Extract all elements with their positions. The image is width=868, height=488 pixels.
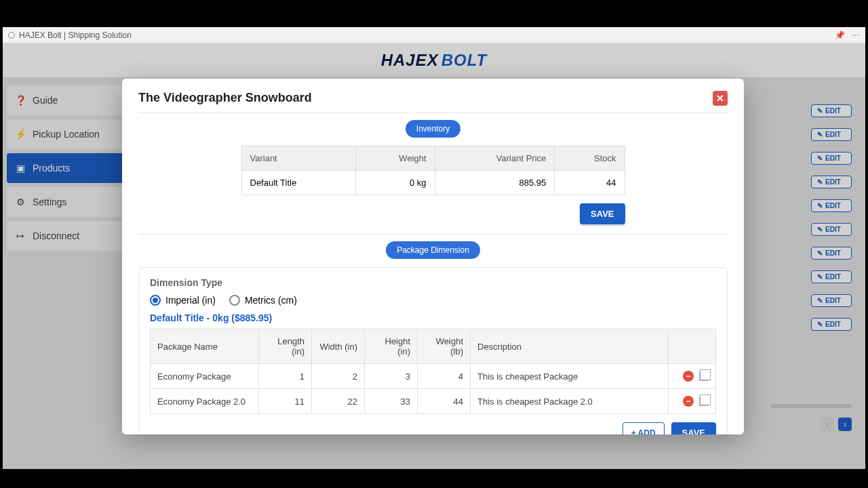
more-icon[interactable]: ⋯ bbox=[852, 30, 860, 40]
edit-label: EDIT bbox=[825, 202, 841, 209]
package-row: Economy Package 2.011223344This is cheap… bbox=[151, 389, 716, 414]
pencil-icon: ✎ bbox=[817, 155, 823, 162]
inv-header-price: Variant Price bbox=[435, 146, 555, 171]
pager-next-button[interactable]: › bbox=[838, 418, 852, 431]
app-favicon-icon bbox=[8, 32, 15, 39]
edit-button[interactable]: ✎EDIT bbox=[811, 104, 852, 117]
pencil-icon: ✎ bbox=[817, 321, 823, 328]
inv-header-weight: Weight bbox=[355, 146, 435, 171]
add-package-button[interactable]: + ADD bbox=[623, 422, 665, 434]
pkg-cell-width[interactable]: 22 bbox=[312, 389, 365, 414]
pkg-header-height: Height (in) bbox=[365, 329, 418, 364]
inv-cell-price[interactable]: 885.95 bbox=[435, 171, 555, 195]
logo-left: HAJEX bbox=[381, 51, 439, 70]
edit-label: EDIT bbox=[825, 131, 841, 138]
logout-icon: ↦ bbox=[15, 230, 26, 241]
pencil-icon: ✎ bbox=[817, 202, 823, 209]
inv-row: Default Title 0 kg 885.95 44 bbox=[241, 171, 625, 195]
inv-cell-weight[interactable]: 0 kg bbox=[355, 171, 435, 195]
gear-icon: ⚙ bbox=[15, 197, 26, 207]
pkg-header-length: Length (in) bbox=[259, 329, 312, 364]
browser-title: HAJEX Bolt | Shipping Solution bbox=[19, 30, 132, 40]
inv-header-stock: Stock bbox=[555, 146, 625, 171]
inv-header-variant: Variant bbox=[241, 146, 355, 171]
close-button[interactable]: ✕ bbox=[713, 91, 728, 106]
radio-label: Imperial (in) bbox=[165, 295, 216, 306]
save-inventory-button[interactable]: SAVE bbox=[580, 203, 625, 224]
inv-cell-variant: Default Title bbox=[241, 171, 355, 195]
sidebar-item-products[interactable]: ▣ Products bbox=[7, 153, 123, 183]
pkg-cell-weight[interactable]: 44 bbox=[418, 389, 471, 414]
close-icon: ✕ bbox=[716, 93, 724, 104]
background-edit-column: ✎EDIT✎EDIT✎EDIT✎EDIT✎EDIT✎EDIT✎EDIT✎EDIT… bbox=[811, 104, 852, 342]
edit-button[interactable]: ✎EDIT bbox=[811, 318, 852, 331]
radio-icon bbox=[150, 295, 161, 306]
horizontal-scrollbar[interactable] bbox=[770, 404, 852, 408]
logo: HAJEX BOLT bbox=[3, 43, 865, 77]
edit-label: EDIT bbox=[825, 273, 841, 281]
pager: ‹ › bbox=[821, 418, 852, 431]
pkg-cell-desc[interactable]: This is cheapest Package 2.0 bbox=[471, 389, 669, 414]
pkg-cell-name[interactable]: Economy Package bbox=[151, 364, 259, 389]
copy-icon[interactable] bbox=[699, 396, 709, 406]
inv-cell-stock[interactable]: 44 bbox=[555, 171, 625, 195]
sidebar-item-settings[interactable]: ⚙ Settings bbox=[7, 187, 123, 217]
edit-button[interactable]: ✎EDIT bbox=[811, 294, 852, 307]
delete-icon[interactable]: − bbox=[683, 371, 694, 382]
pencil-icon: ✎ bbox=[817, 178, 823, 186]
edit-label: EDIT bbox=[825, 321, 841, 328]
edit-label: EDIT bbox=[825, 107, 841, 115]
dimension-type-label: Dimension Type bbox=[150, 277, 716, 288]
package-table: Package Name Length (in) Width (in) Heig… bbox=[150, 329, 716, 414]
pkg-cell-length[interactable]: 11 bbox=[259, 389, 312, 414]
save-packages-button[interactable]: SAVE bbox=[671, 422, 716, 434]
pkg-cell-weight[interactable]: 4 bbox=[418, 364, 471, 389]
radio-imperial[interactable]: Imperial (in) bbox=[150, 295, 216, 306]
package-row: Economy Package1234This is cheapest Pack… bbox=[151, 364, 716, 389]
pager-prev-button[interactable]: ‹ bbox=[821, 418, 834, 431]
copy-icon[interactable] bbox=[699, 371, 709, 381]
sidebar: ❓ Guide ⚡ Pickup Location ▣ Products ⚙ S… bbox=[3, 77, 123, 469]
variant-link[interactable]: Default Title - 0kg ($885.95) bbox=[150, 312, 716, 323]
pkg-cell-height[interactable]: 33 bbox=[365, 389, 418, 414]
sidebar-item-label: Products bbox=[33, 163, 70, 174]
pkg-cell-width[interactable]: 2 bbox=[312, 364, 365, 389]
package-dimension-pill: Package Dimension bbox=[386, 241, 480, 259]
dimension-card: Dimension Type Imperial (in) Metrics (cm… bbox=[138, 267, 728, 434]
zap-icon: ⚡ bbox=[15, 129, 26, 140]
pencil-icon: ✎ bbox=[817, 107, 823, 115]
divider bbox=[138, 234, 728, 235]
sidebar-item-guide[interactable]: ❓ Guide bbox=[7, 85, 123, 115]
pkg-cell-actions: − bbox=[669, 364, 716, 389]
pin-icon[interactable]: 📌 bbox=[835, 30, 845, 40]
pencil-icon: ✎ bbox=[817, 297, 823, 304]
edit-button[interactable]: ✎EDIT bbox=[811, 152, 852, 165]
pkg-cell-actions: − bbox=[669, 389, 716, 414]
edit-button[interactable]: ✎EDIT bbox=[811, 247, 852, 260]
pencil-icon: ✎ bbox=[817, 226, 823, 233]
pkg-header-desc: Description bbox=[471, 329, 669, 364]
help-icon: ❓ bbox=[15, 95, 26, 106]
sidebar-item-pickup-location[interactable]: ⚡ Pickup Location bbox=[7, 119, 123, 149]
pkg-cell-length[interactable]: 1 bbox=[259, 364, 312, 389]
pkg-cell-name[interactable]: Economy Package 2.0 bbox=[151, 389, 259, 414]
delete-icon[interactable]: − bbox=[683, 396, 694, 407]
radio-label: Metrics (cm) bbox=[245, 295, 297, 306]
edit-label: EDIT bbox=[825, 155, 841, 162]
product-modal: The Videographer Snowboard ✕ Inventory V… bbox=[122, 79, 744, 434]
edit-button[interactable]: ✎EDIT bbox=[811, 223, 852, 236]
divider bbox=[138, 113, 728, 113]
pkg-cell-desc[interactable]: This is cheapest Package bbox=[471, 364, 669, 389]
radio-metrics[interactable]: Metrics (cm) bbox=[229, 295, 297, 306]
edit-button[interactable]: ✎EDIT bbox=[811, 176, 852, 188]
edit-button[interactable]: ✎EDIT bbox=[811, 199, 852, 212]
pkg-header-name: Package Name bbox=[151, 329, 259, 364]
edit-button[interactable]: ✎EDIT bbox=[811, 128, 852, 141]
edit-label: EDIT bbox=[825, 297, 841, 304]
pkg-header-actions bbox=[669, 329, 716, 364]
radio-icon bbox=[229, 295, 240, 306]
sidebar-item-disconnect[interactable]: ↦ Disconnect bbox=[7, 221, 123, 251]
edit-button[interactable]: ✎EDIT bbox=[811, 270, 852, 283]
pkg-cell-height[interactable]: 3 bbox=[365, 364, 418, 389]
pkg-header-weight: Weight (lb) bbox=[418, 329, 471, 364]
